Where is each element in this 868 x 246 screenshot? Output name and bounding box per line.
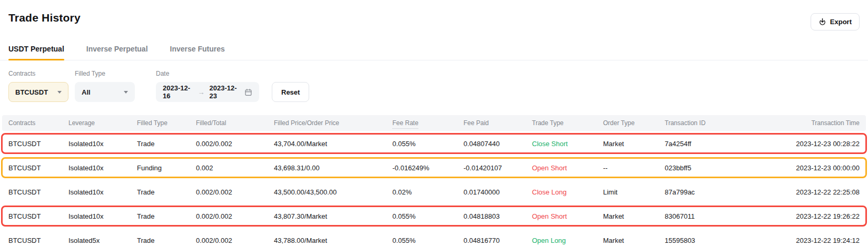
column-header-trade_type: Trade Type [532,119,603,127]
page-title: Trade History [8,12,81,24]
filled-type-select[interactable]: All [75,82,135,102]
table-body: BTCUSDTIsolated10xTrade0.002/0.00243,704… [0,133,868,246]
column-header-fee_rate[interactable]: Fee Rate [392,119,463,127]
cell-transaction_id: 15595803 [665,237,754,244]
cell-filled_total: 0.002/0.002 [196,212,274,220]
cell-order_type: -- [603,164,665,172]
cell-transaction_time: 2023-12-22 22:25:08 [754,188,860,196]
cell-filled_type: Trade [137,237,196,244]
cell-filled_total: 0.002/0.002 [196,188,274,196]
table-row: BTCUSDTIsolated10xTrade0.002/0.00243,500… [1,181,867,202]
cell-filled_price_order_price: 43,788.00/Market [274,237,392,244]
tab-inverse-perpetual[interactable]: Inverse Perpetual [86,45,148,60]
cell-transaction_time: 2023-12-22 19:24:12 [754,237,860,244]
contracts-select-value: BTCUSDT [15,88,48,96]
cell-contracts: BTCUSDT [8,164,68,172]
cell-fee_rate: 0.02% [392,188,463,196]
cell-trade_type: Open Long [532,237,603,244]
cell-trade_type: Close Short [532,140,603,148]
contracts-filter-label: Contracts [8,70,68,77]
cell-transaction_id: 83067011 [665,212,754,220]
cell-transaction_id: 023bbff5 [665,164,754,172]
tab-usdt-perpetual[interactable]: USDT Perpetual [8,45,64,60]
contracts-select[interactable]: BTCUSDT [8,82,68,102]
table-row: BTCUSDTIsolated10xTrade0.002/0.00243,807… [1,206,867,227]
filled-type-filter: Filled Type All [75,70,135,102]
filled-type-filter-label: Filled Type [75,70,135,77]
cell-order_type: Market [603,212,665,220]
column-header-label: Trade Type [532,119,564,127]
cell-filled_total: 0.002/0.002 [196,237,274,244]
filled-type-select-value: All [82,88,91,96]
cell-fee_paid: 0.04816770 [463,237,532,244]
cell-order_type: Market [603,140,665,148]
date-start-value: 2023-12-16 [163,84,193,100]
column-header-filled_total: Filled/Total [196,119,274,127]
cell-filled_price_order_price: 43,698.31/0.00 [274,164,392,172]
cell-leverage: Isolated10x [68,140,137,148]
table-row: BTCUSDTIsolated10xFunding0.00243,698.31/… [1,157,867,178]
cell-leverage: Isolated5x [68,237,137,244]
cell-filled_type: Trade [137,212,196,220]
cell-trade_type: Close Long [532,188,603,196]
cell-trade_type: Open Short [532,164,603,172]
date-end-value: 2023-12-23 [210,84,240,100]
cell-fee_paid: 0.04807440 [463,140,532,148]
cell-contracts: BTCUSDT [8,188,68,196]
cell-transaction_time: 2023-12-22 19:26:22 [754,212,860,220]
cell-fee_paid: -0.01420107 [463,164,532,172]
cell-filled_total: 0.002 [196,164,274,172]
export-button-label: Export [830,18,852,26]
cell-filled_price_order_price: 43,704.00/Market [274,140,392,148]
arrow-right-icon [198,88,205,96]
tab-inverse-futures[interactable]: Inverse Futures [170,45,225,60]
column-header-filled_price_order_price: Filled Price/Order Price [274,119,392,127]
cell-fee_paid: 0.04818803 [463,212,532,220]
reset-button[interactable]: Reset [272,82,309,102]
tabs: USDT PerpetualInverse PerpetualInverse F… [0,45,868,60]
cell-leverage: Isolated10x [68,188,137,196]
caret-down-icon [124,91,128,94]
column-header-transaction_id: Transaction ID [665,119,754,127]
calendar-icon [244,88,252,96]
table-row: BTCUSDTIsolated5xTrade0.002/0.00243,788.… [1,230,867,246]
export-button[interactable]: Export [811,13,860,30]
cell-filled_type: Trade [137,140,196,148]
column-header-label: Transaction Time [811,119,860,127]
cell-fee_rate: 0.055% [392,212,463,220]
column-header-label: Filled/Total [196,119,226,127]
cell-transaction_id: 7a4254ff [665,140,754,148]
cell-fee_rate: 0.055% [392,237,463,244]
cell-contracts: BTCUSDT [8,140,68,148]
column-header-contracts: Contracts [8,119,68,127]
cell-filled_type: Funding [137,164,196,172]
date-filter: Date 2023-12-16 2023-12-23 [156,70,259,102]
cell-filled_price_order_price: 43,807.30/Market [274,212,392,220]
cell-filled_price_order_price: 43,500.00/43,500.00 [274,188,392,196]
cell-transaction_id: 87a799ac [665,188,754,196]
column-header-label: Contracts [8,119,35,127]
column-header-label: Fee Paid [463,119,489,127]
cell-fee_rate: -0.016249% [392,164,463,172]
trade-history-table: ContractsLeverageFilled TypeFilled/Total… [0,115,868,246]
caret-down-icon [57,91,62,94]
column-header-label: Transaction ID [665,119,706,127]
column-header-label: Leverage [68,119,95,127]
column-header-label: Filled Type [137,119,167,127]
cell-fee_paid: 0.01740000 [463,188,532,196]
top-bar: Trade History Export [0,0,868,30]
column-header-leverage: Leverage [68,119,137,127]
column-header-label: Fee Rate [392,119,418,129]
date-filter-label: Date [156,70,259,77]
date-range-picker[interactable]: 2023-12-16 2023-12-23 [156,82,259,102]
column-header-label: Order Type [603,119,635,127]
column-header-label: Filled Price/Order Price [274,119,339,127]
cell-contracts: BTCUSDT [8,212,68,220]
cell-leverage: Isolated10x [68,212,137,220]
contracts-filter: Contracts BTCUSDT [8,70,68,102]
table-row: BTCUSDTIsolated10xTrade0.002/0.00243,704… [1,133,867,154]
cell-contracts: BTCUSDT [8,237,68,244]
column-header-order_type: Order Type [603,119,665,127]
cell-leverage: Isolated10x [68,164,137,172]
cell-transaction_time: 2023-12-23 00:28:22 [754,140,860,148]
